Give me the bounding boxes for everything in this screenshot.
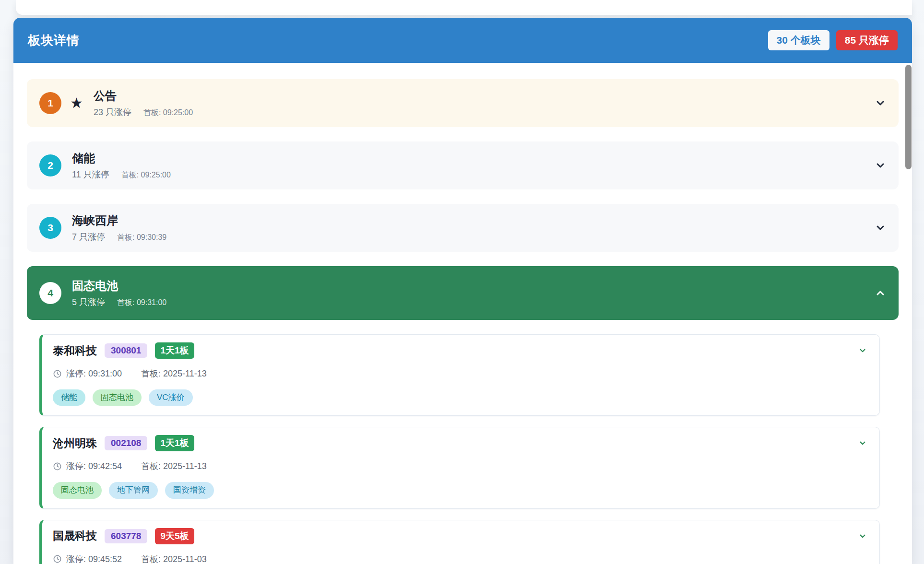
stock-code-badge: 002108 [105,436,147,450]
concept-tag[interactable]: 固态电池 [93,389,142,406]
sector-list: 1 ★ 公告 23 只涨停 首板: 09:25:00 2 储能 11 只涨停 首… [13,63,912,564]
stock-name: 国晟科技 [53,529,97,543]
stock-meta: 涨停: 09:45:52 首板: 2025-11-03 [53,553,867,564]
streak-badge: 1天1板 [155,342,194,359]
sector-name: 公告 [94,89,193,103]
first-board-date: 首板: 2025-11-13 [141,460,207,472]
limit-up-count: 23 只涨停 [94,107,131,117]
first-board-time: 首板: 09:31:00 [117,298,166,306]
sector-row-haixiaxian[interactable]: 3 海峡西岸 7 只涨停 首板: 09:30:39 [27,204,899,252]
stock-tags: 固态电池 地下管网 国资增资 [53,482,867,498]
stock-code-badge: 300801 [105,343,147,358]
sector-detail-panel: 板块详情 30 个板块 85 只涨停 1 ★ 公告 23 只涨停 首板: 09:… [13,18,912,564]
streak-badge: 9天5板 [155,528,194,544]
first-board-time: 首板: 09:25:00 [143,108,193,117]
chevron-down-icon[interactable] [875,160,886,171]
panel-header: 板块详情 30 个板块 85 只涨停 [13,18,912,63]
stock-card[interactable]: 国晟科技 603778 9天5板 涨停: 09:45:52 首板: 2025-1… [39,520,880,564]
limit-up-time: 涨停: 09:42:54 [66,460,122,472]
sector-subtitle: 5 只涨停 首板: 09:31:00 [72,296,166,308]
clock-icon [53,369,62,378]
limit-up-count: 11 只涨停 [72,170,109,179]
chevron-down-icon[interactable] [875,222,886,234]
concept-tag[interactable]: 国资增资 [165,482,214,498]
limit-up-count: 5 只涨停 [72,297,105,307]
first-board-time: 首板: 09:30:39 [117,233,166,241]
streak-badge: 1天1板 [155,435,194,451]
stock-tags: 储能 固态电池 VC涨价 [53,389,867,406]
stock-meta: 涨停: 09:42:54 首板: 2025-11-13 [53,460,867,472]
limit-up-count: 7 只涨停 [72,232,105,242]
limit-up-time: 涨停: 09:45:52 [66,553,122,564]
header-badges: 30 个板块 85 只涨停 [768,30,898,50]
rank-badge: 1 [39,92,61,114]
sector-name: 固态电池 [72,279,166,293]
first-board-time: 首板: 09:25:00 [121,171,171,179]
previous-card-bottom-edge [16,0,912,15]
chevron-down-icon[interactable] [858,346,867,355]
rank-badge: 2 [39,154,61,176]
clock-icon [53,554,62,564]
sector-row-gonggao[interactable]: 1 ★ 公告 23 只涨停 首板: 09:25:00 [27,79,899,127]
concept-tag[interactable]: 储能 [53,389,85,406]
scrollbar-thumb[interactable] [905,65,912,169]
sector-row-chuneng[interactable]: 2 储能 11 只涨停 首板: 09:25:00 [27,141,899,189]
chevron-down-icon[interactable] [858,439,867,447]
sector-subtitle: 7 只涨停 首板: 09:30:39 [72,231,166,243]
sector-name: 储能 [72,151,171,165]
sector-row-gutaidianchi[interactable]: 4 固态电池 5 只涨停 首板: 09:31:00 [27,266,899,320]
sector-count-badge: 30 个板块 [768,30,829,50]
page-title: 板块详情 [28,32,80,49]
stock-name: 沧州明珠 [53,436,97,451]
concept-tag[interactable]: 固态电池 [53,482,102,498]
rank-badge: 4 [39,282,61,304]
concept-tag[interactable]: VC涨价 [149,389,193,406]
stock-meta: 涨停: 09:31:00 首板: 2025-11-13 [53,368,867,379]
sector-name: 海峡西岸 [72,213,166,228]
stock-card[interactable]: 泰和科技 300801 1天1板 涨停: 09:31:00 首板: 2025-1… [39,334,880,416]
sector-subtitle: 11 只涨停 首板: 09:25:00 [72,169,171,180]
first-board-date: 首板: 2025-11-13 [141,368,207,379]
clock-icon [53,462,62,471]
stock-name: 泰和科技 [53,343,97,358]
first-board-date: 首板: 2025-11-03 [141,553,207,564]
rank-badge: 3 [39,217,61,239]
chevron-down-icon[interactable] [875,97,886,109]
sector-subtitle: 23 只涨停 首板: 09:25:00 [94,106,193,118]
stock-card[interactable]: 沧州明珠 002108 1天1板 涨停: 09:42:54 首板: 2025-1… [39,427,880,508]
stock-code-badge: 603778 [105,529,147,543]
limit-up-count-badge: 85 只涨停 [836,30,898,50]
chevron-up-icon[interactable] [875,287,886,299]
concept-tag[interactable]: 地下管网 [109,482,158,498]
chevron-down-icon[interactable] [858,532,867,540]
limit-up-time: 涨停: 09:31:00 [66,368,122,379]
star-icon: ★ [70,96,83,110]
